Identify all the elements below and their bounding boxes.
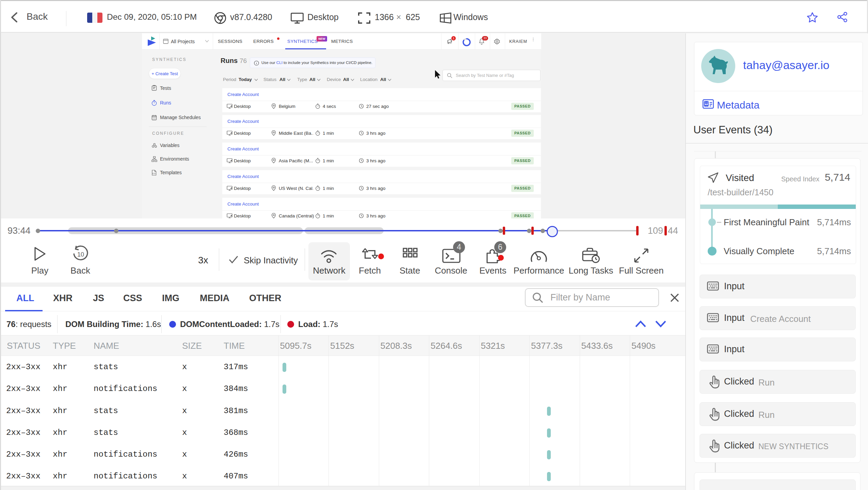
svg-text:10: 10: [77, 251, 84, 258]
